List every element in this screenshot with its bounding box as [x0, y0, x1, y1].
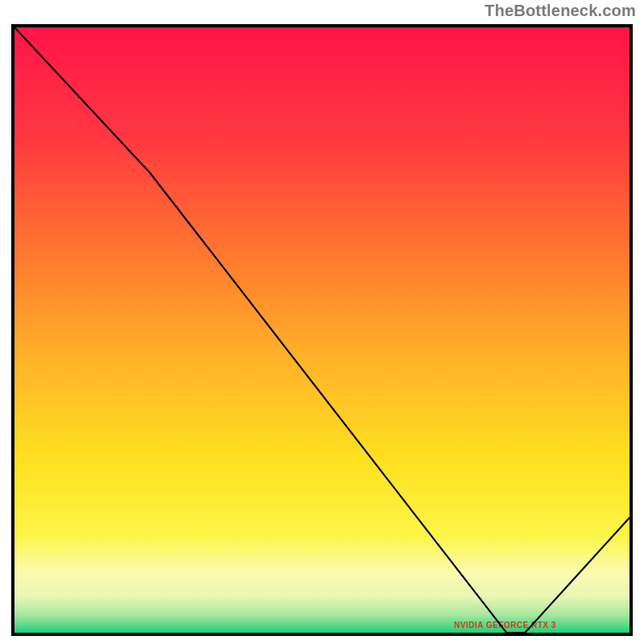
- watermark-text: TheBottleneck.com: [485, 2, 636, 20]
- plot-frame: NVIDIA GeForce RTX 3: [11, 24, 633, 636]
- chart-container: TheBottleneck.com: [0, 0, 644, 644]
- bottleneck-curve: [14, 27, 630, 633]
